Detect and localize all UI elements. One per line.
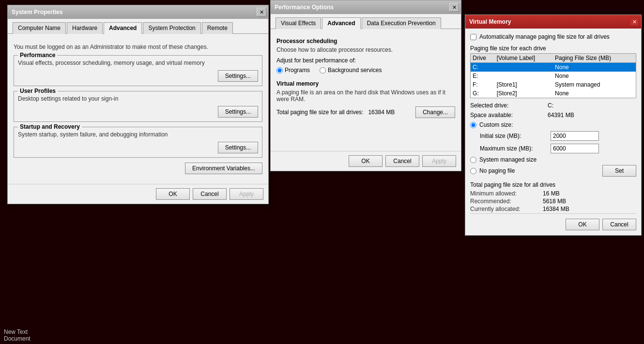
drive-row-f[interactable]: F: [Store1] System managed [471,80,636,89]
drive-c: C: [471,63,495,72]
system-properties-dialog: System Properties ✕ Computer Name Hardwa… [7,5,269,204]
perf-ok[interactable]: OK [349,155,383,167]
tab-dep[interactable]: Data Execution Prevention [362,17,441,29]
taskbar-line2: Document [4,335,93,342]
taskbar: New Text Document [0,327,97,344]
size-g: None [553,89,636,98]
user-profiles-desc: Desktop settings related to your sign-in [18,95,258,102]
perf-apply[interactable]: Apply [422,155,456,167]
tab-computer-name[interactable]: Computer Name [13,22,66,34]
minimum-label: Minimum allowed: [470,190,543,197]
performance-options-titlebar: Performance Options ✕ [271,0,461,14]
system-properties-cancel[interactable]: Cancel [193,188,227,200]
drive-e: E: [471,72,495,80]
minimum-value: 16 MB [543,190,560,197]
performance-desc: Visual effects, processor scheduling, me… [18,60,258,66]
tab-system-protection[interactable]: System Protection [143,22,200,34]
recommended-value: 5618 MB [543,198,566,205]
virtual-memory-content: Automatically manage paging file size fo… [465,29,641,235]
env-variables-button[interactable]: Environment Variables... [185,163,262,174]
vm-ok[interactable]: OK [566,219,599,230]
set-button[interactable]: Set [602,165,636,177]
tab-remote[interactable]: Remote [202,22,233,34]
volume-f: [Store1] [495,80,553,89]
system-properties-tabs: Computer Name Hardware Advanced System P… [8,19,268,34]
programs-radio-label[interactable]: Programs [276,67,310,74]
drive-row-g[interactable]: G: [Store2] None [471,89,636,98]
selected-drive-label-text: Selected drive: [470,102,548,109]
programs-radio[interactable] [276,67,283,74]
performance-options-dialog: Performance Options ✕ Visual Effects Adv… [270,0,461,171]
volume-e [495,72,553,80]
system-managed-label: System managed size [479,156,537,163]
drive-g: G: [471,89,495,98]
total-paging-label: Total paging file size for all drives: 1… [276,109,395,116]
system-properties-ok[interactable]: OK [156,188,190,200]
startup-recovery-group: Startup and Recovery System startup, sys… [14,127,262,158]
performance-options-bottom-buttons: OK Cancel Apply [271,151,461,171]
initial-size-label: Initial size (MB): [480,133,548,139]
size-e: None [553,72,636,80]
auto-manage-checkbox[interactable] [470,34,476,40]
space-available-value: 64391 MB [548,112,574,119]
volume-g: [Store2] [495,89,553,98]
system-properties-close[interactable]: ✕ [257,8,266,16]
virtual-memory-label: Virtual memory [276,80,455,87]
space-available-label-text: Space available: [470,112,548,119]
volume-c [495,63,553,72]
user-profiles-settings-button[interactable]: Settings... [218,106,258,118]
processor-scheduling-label: Processor scheduling [276,38,455,45]
total-paging-text: Total paging file size for all drives: [276,109,363,116]
custom-size-label: Custom size: [479,121,513,128]
currently-allocated-value: 16384 MB [543,206,569,212]
system-properties-title: System Properties [12,9,62,15]
processor-radio-group: Programs Background services [276,67,455,74]
system-properties-apply[interactable]: Apply [230,188,263,200]
total-paging-value: 16384 MB [368,109,395,116]
tab-visual-effects[interactable]: Visual Effects [276,17,321,29]
admin-note: You must be logged on as an Administrato… [14,44,262,50]
background-radio-label[interactable]: Background services [320,67,382,74]
tab-perf-advanced[interactable]: Advanced [322,17,360,29]
initial-size-input[interactable] [551,131,599,141]
change-button[interactable]: Change... [415,106,455,118]
system-properties-bottom-buttons: OK Cancel Apply [8,184,268,204]
size-f: System managed [553,80,636,89]
performance-label: Performance [18,52,57,59]
currently-allocated-label: Currently allocated: [470,206,543,212]
drive-table: Drive [Volume Label] Paging File Size (M… [471,54,636,98]
no-paging-label: No paging file [479,167,515,174]
size-options: Custom size: Initial size (MB): Maximum … [470,121,636,177]
taskbar-line1: New Text [4,329,93,335]
virtual-memory-close[interactable]: ✕ [629,17,639,26]
virtual-memory-dialog: Virtual Memory ✕ Automatically manage pa… [465,15,642,236]
virtual-memory-titlebar: Virtual Memory ✕ [465,15,641,29]
volume-col-header: [Volume Label] [495,54,553,63]
background-radio[interactable] [320,67,326,74]
drive-row-e[interactable]: E: None [471,72,636,80]
vm-cancel[interactable]: Cancel [602,219,636,230]
maximum-size-input[interactable] [551,144,599,153]
performance-options-title: Performance Options [275,4,334,11]
drive-list: Drive [Volume Label] Paging File Size (M… [470,53,636,98]
selected-drive-value: C: [548,102,553,109]
performance-settings-button[interactable]: Settings... [218,70,258,82]
startup-recovery-label: Startup and Recovery [18,123,82,130]
perf-cancel[interactable]: Cancel [385,155,419,167]
performance-group: Performance Visual effects, processor sc… [14,55,262,86]
startup-recovery-settings-button[interactable]: Settings... [218,142,258,153]
no-paging-radio[interactable] [470,168,476,174]
user-profiles-group: User Profiles Desktop settings related t… [14,91,262,122]
tab-advanced[interactable]: Advanced [104,22,142,34]
total-paging-section: Total paging file size for all drives Mi… [470,181,636,212]
drive-row-c[interactable]: C: None [471,63,636,72]
selected-drive-info: Selected drive: C: Space available: 6439… [470,102,636,119]
performance-options-tabs: Visual Effects Advanced Data Execution P… [271,14,461,29]
programs-radio-text: Programs [285,67,310,74]
custom-size-radio[interactable] [470,122,476,128]
tab-hardware[interactable]: Hardware [67,22,103,34]
background-radio-text: Background services [328,67,382,74]
maximum-size-label: Maximum size (MB): [480,145,548,152]
performance-options-close[interactable]: ✕ [449,3,459,12]
system-managed-radio[interactable] [470,157,476,163]
